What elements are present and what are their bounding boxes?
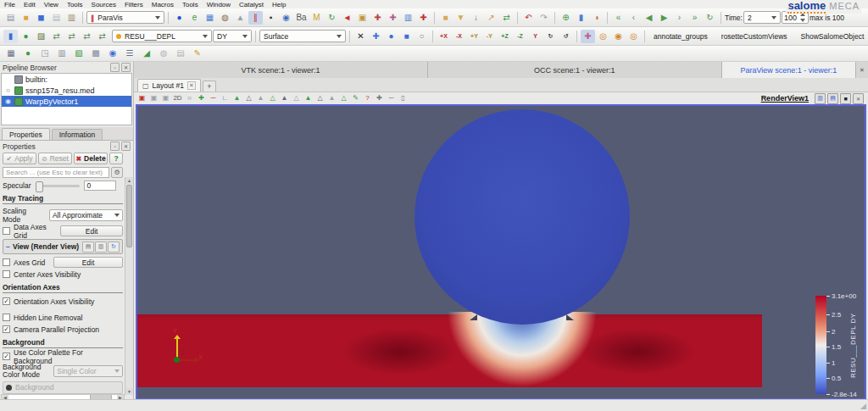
axes-grid-edit-button[interactable]: Edit: [53, 257, 123, 268]
visibility-eye-icon[interactable]: ○: [4, 86, 12, 94]
module-eficas-icon[interactable]: M: [309, 11, 324, 25]
menu-macros[interactable]: Macros: [152, 1, 174, 8]
toggle-2d-mode-icon[interactable]: 2D: [172, 93, 183, 103]
show-orientation-axes-icon[interactable]: ✚: [581, 30, 595, 43]
first-frame-icon[interactable]: «: [611, 11, 626, 25]
module-homard-icon[interactable]: ▲: [233, 11, 248, 25]
representation-combo[interactable]: Surface: [259, 30, 346, 42]
stream-tracer-icon[interactable]: ☰: [122, 47, 137, 60]
copy-view-icon[interactable]: ▣: [160, 93, 171, 103]
measure-icon[interactable]: ✎: [190, 47, 205, 60]
close-viewer-tab-icon[interactable]: ✕: [856, 62, 868, 78]
axes-grid-checkbox[interactable]: [3, 258, 10, 266]
specular-slider[interactable]: [36, 185, 80, 187]
scroll-up-icon[interactable]: ▲: [125, 177, 133, 184]
menu-catalyst[interactable]: Catalyst: [239, 1, 264, 8]
paste-icon[interactable]: ▥: [64, 11, 79, 25]
last-frame-icon[interactable]: »: [687, 11, 702, 25]
play-backward-icon[interactable]: ◀: [642, 11, 656, 25]
pipeline-item-warpbyvector1[interactable]: ◉WarpByVector1: [2, 96, 131, 107]
float-panel-icon[interactable]: ▫: [110, 63, 120, 72]
center-axes-visibility-checkbox[interactable]: [3, 270, 10, 278]
interactive-edit-icon[interactable]: ✎: [350, 93, 361, 103]
module-adao-icon[interactable]: Ba: [294, 11, 309, 25]
warp-ramp-icon[interactable]: ◢: [139, 47, 154, 60]
apply-button[interactable]: ✔Apply: [3, 153, 36, 164]
tab-properties[interactable]: Properties: [2, 128, 50, 140]
set-view-minus-y-icon[interactable]: -Y: [482, 30, 497, 43]
tab-layout-1[interactable]: ▢ Layout #1 ✕: [137, 79, 201, 92]
data-axes-grid-checkbox[interactable]: [3, 227, 10, 235]
rescale-custom-range-icon[interactable]: ⇄: [64, 30, 79, 43]
module-tool-red-icon[interactable]: ✚: [370, 11, 385, 25]
subtract-selection-icon[interactable]: ─: [386, 93, 397, 103]
macro-annotate_groups-button[interactable]: annotate_groups: [648, 31, 713, 42]
delete-button[interactable]: ✖Delete: [74, 153, 108, 164]
reload-view-settings-icon[interactable]: ↻: [108, 242, 120, 253]
rotate-90-clockwise-icon[interactable]: ↻: [543, 30, 558, 43]
open-study-icon[interactable]: ■: [438, 11, 453, 25]
use-color-palette-checkbox[interactable]: ✓: [3, 353, 10, 360]
reset-center-icon[interactable]: ◉: [611, 30, 626, 43]
search-input[interactable]: Search ... (use Esc to clear text): [3, 167, 109, 178]
pick-center-icon[interactable]: ◎: [626, 30, 641, 43]
menu-edit[interactable]: Edit: [24, 1, 36, 8]
resize-grip-icon[interactable]: ◢: [860, 402, 866, 410]
cells-select-1-icon[interactable]: ▲: [303, 93, 314, 103]
module-chart-icon[interactable]: ▥: [401, 11, 415, 25]
render-viewport[interactable]: Y Z X 3.1e+002.521.510.5-2.8e-14 RESU___…: [136, 104, 866, 400]
copy-icon[interactable]: ▤: [49, 11, 64, 25]
rescale-temporal-range-icon[interactable]: ⇄: [80, 30, 94, 43]
module-shaper-icon[interactable]: ●: [172, 11, 186, 25]
add-layout-tab[interactable]: +: [203, 81, 216, 92]
component-combo[interactable]: DY: [213, 30, 252, 42]
pipeline-item-ssnp157a-resu-med[interactable]: ○ssnp157a_resu.med: [2, 85, 131, 96]
properties-vertical-scrollbar[interactable]: ▲ ▼: [125, 177, 133, 395]
camera-parallel-projection-checkbox[interactable]: ✓: [3, 325, 10, 333]
hidden-line-removal-checkbox[interactable]: [3, 314, 10, 321]
clip-icon[interactable]: ◳: [37, 47, 53, 60]
glyph-target-icon[interactable]: ◉: [105, 47, 120, 60]
previous-frame-icon[interactable]: ‹: [626, 11, 641, 25]
mesh-transform-icon[interactable]: ⇄: [499, 11, 514, 25]
magnifier-icon[interactable]: ○: [415, 30, 429, 43]
reset-button[interactable]: ⊘Reset: [38, 153, 72, 164]
spinbox-arrows-icon[interactable]: [800, 13, 807, 22]
set-view-minus-z-icon[interactable]: -Z: [513, 30, 527, 43]
rescale-data-range-icon[interactable]: ⇄: [49, 30, 64, 43]
threshold-icon[interactable]: ▧: [71, 47, 86, 60]
menu-view[interactable]: View: [44, 1, 58, 8]
split-vertical-icon[interactable]: ▤: [827, 93, 838, 104]
edit-color-map-icon[interactable]: ●: [19, 30, 33, 43]
save-file-icon[interactable]: ◼: [34, 11, 48, 25]
scaling-mode-combo[interactable]: All Approximate: [49, 209, 123, 221]
help-button[interactable]: ?: [109, 153, 123, 164]
macro-rosetteCustomViews-button[interactable]: rosetteCustomViews: [716, 31, 793, 42]
viewer-tab-paraview[interactable]: ParaView scene:1 - viewer:1: [722, 62, 856, 78]
split-horizontal-icon[interactable]: ▥: [815, 93, 826, 104]
module-select-combo[interactable]: ∥ ParaVis: [86, 11, 164, 24]
paste-view-settings-icon[interactable]: ▥: [95, 242, 107, 253]
menu-file[interactable]: File: [4, 1, 15, 8]
color-palette-icon[interactable]: ◑: [589, 11, 604, 25]
module-paravis-icon[interactable]: ∥: [248, 11, 263, 25]
module-cleanup-icon[interactable]: ↻: [325, 11, 339, 25]
add-marker-icon[interactable]: ✚: [196, 93, 207, 103]
rotate-90-counterclockwise-icon[interactable]: ↺: [559, 30, 573, 43]
surface-select-2-icon[interactable]: △: [243, 93, 254, 103]
slice-icon[interactable]: ▥: [54, 47, 70, 60]
surface-select-1-icon[interactable]: ▲: [231, 93, 242, 103]
module-hexablock-icon[interactable]: ◍: [218, 11, 232, 25]
search-options-gear-icon[interactable]: ⚙: [111, 167, 123, 178]
connect-icon[interactable]: ⊕: [559, 11, 573, 25]
copy-view-settings-icon[interactable]: ▤: [82, 242, 94, 253]
menu-filters[interactable]: Filters: [125, 1, 143, 8]
orientation-axes-visibility-checkbox[interactable]: ✓: [3, 297, 10, 305]
menu-sources[interactable]: Sources: [92, 1, 116, 8]
zoom-to-box-icon[interactable]: ■: [399, 30, 414, 43]
sample-data-icon[interactable]: ▮: [574, 11, 588, 25]
menu-help[interactable]: Help: [272, 1, 286, 8]
viewer-tab-vtk[interactable]: VTK scene:1 - viewer:1: [134, 62, 428, 78]
set-view-plus-z-icon[interactable]: +Z: [498, 30, 512, 43]
extract-subset-icon[interactable]: ▩: [88, 47, 103, 60]
